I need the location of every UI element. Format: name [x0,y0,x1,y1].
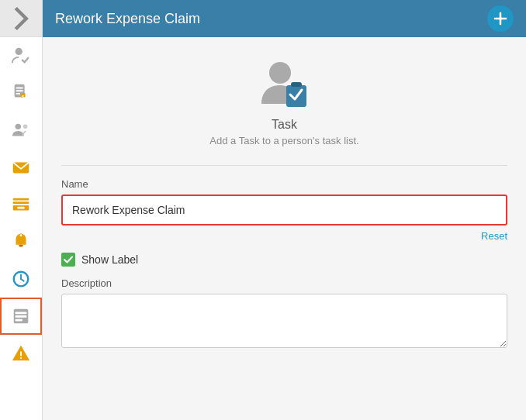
svg-rect-11 [13,201,29,204]
sidebar-item-tasks[interactable] [0,37,42,74]
svg-point-8 [23,125,28,129]
name-input[interactable] [61,195,507,225]
sidebar-item-layout[interactable] [0,298,42,335]
svg-point-15 [19,234,22,237]
sidebar-toggle[interactable] [0,0,42,37]
svg-rect-21 [16,315,27,318]
svg-point-28 [269,62,291,84]
sidebar-item-inbox[interactable] [0,186,42,223]
svg-rect-13 [17,207,24,209]
task-title: Task [272,118,297,132]
reset-link[interactable]: Reset [61,230,507,242]
sidebar: $ [0,0,43,420]
svg-line-18 [21,279,24,281]
header: Rework Expense Claim [43,0,526,37]
description-textarea[interactable] [61,294,507,348]
svg-rect-4 [16,93,21,95]
show-label-checkbox[interactable] [61,253,75,267]
sidebar-item-bell[interactable] [0,223,42,260]
svg-point-7 [16,124,21,129]
task-icon-area: Task Add a Task to a person's task list. [61,37,507,159]
svg-rect-14 [19,245,23,247]
svg-rect-30 [291,82,302,87]
svg-point-0 [16,48,22,55]
sidebar-item-warning[interactable] [0,335,42,372]
add-button[interactable] [487,5,514,32]
main-area: Rework Expense Claim Task Add a [43,0,526,420]
svg-rect-24 [20,351,22,356]
task-icon [257,56,313,112]
content-area: Task Add a Task to a person's task list.… [43,37,526,420]
header-title: Rework Expense Claim [55,11,200,27]
show-label-text: Show Label [81,253,138,266]
svg-rect-10 [13,198,29,201]
sidebar-item-users[interactable] [0,112,42,149]
description-label: Description [61,277,507,289]
task-subtitle: Add a Task to a person's task list. [209,135,358,146]
svg-point-25 [20,357,22,359]
sidebar-item-clock[interactable] [0,260,42,298]
sidebar-item-document[interactable]: $ [0,74,42,112]
show-label-row: Show Label [61,253,507,267]
sidebar-item-mail[interactable] [0,149,42,186]
task-icon-wrap [257,56,313,112]
section-divider [61,165,507,166]
svg-rect-2 [16,88,23,89]
svg-rect-20 [16,312,27,314]
name-label: Name [61,178,507,190]
svg-rect-22 [16,319,22,322]
svg-rect-3 [16,90,23,91]
